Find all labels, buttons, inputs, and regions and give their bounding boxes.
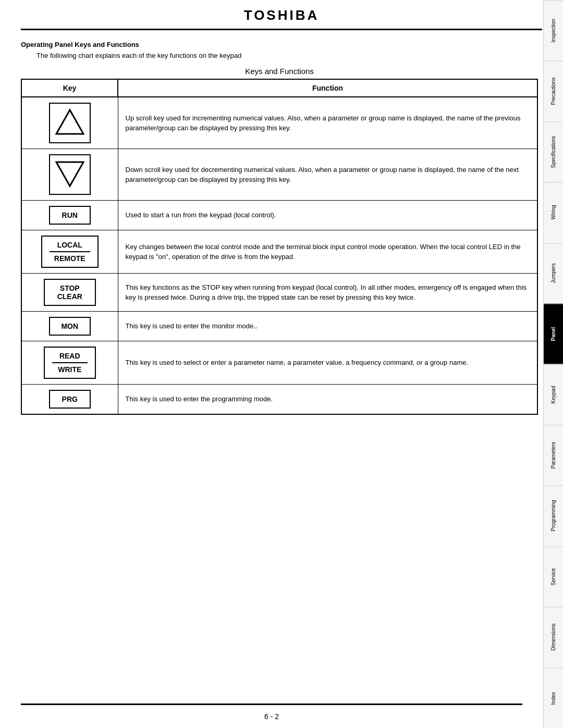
key-cell-5: MON bbox=[21, 312, 118, 341]
keys-table: Key Function Up scroll key used for incr… bbox=[21, 79, 538, 415]
sidebar-tab-panel[interactable]: Panel bbox=[544, 303, 563, 364]
sidebar-tab-inspection[interactable]: Inspection bbox=[544, 0, 563, 60]
key-clear-label: CLEAR bbox=[52, 292, 88, 301]
table-row: LOCAL REMOTE Key changes between the loc… bbox=[21, 230, 537, 274]
sidebar-tabs: InspectionPrecautionsSpecificationsWirin… bbox=[543, 0, 563, 728]
triangle-down-icon bbox=[54, 159, 85, 188]
key-cell-3: LOCAL REMOTE bbox=[21, 230, 118, 274]
key-read-label: READ bbox=[52, 352, 88, 360]
function-cell-1: Down scroll key used for decrementing nu… bbox=[118, 149, 537, 201]
key-cell-6: READ WRITE bbox=[21, 341, 118, 385]
key-local-label: LOCAL bbox=[50, 241, 90, 249]
key-button-run: RUN bbox=[49, 206, 91, 225]
table-row: RUNUsed to start a run from the keypad (… bbox=[21, 201, 537, 230]
triangle-up-icon bbox=[54, 108, 85, 137]
sidebar-tab-precautions[interactable]: Precautions bbox=[544, 60, 563, 121]
table-title: Keys and Functions bbox=[21, 67, 538, 76]
key-cell-7: PRG bbox=[21, 385, 118, 415]
svg-marker-1 bbox=[56, 162, 83, 186]
key-local-remote: LOCAL REMOTE bbox=[41, 236, 99, 268]
key-write-label: WRITE bbox=[52, 365, 88, 374]
key-cell-4: STOP CLEAR bbox=[21, 274, 118, 312]
key-read-write: READ WRITE bbox=[44, 347, 96, 379]
function-cell-5: This key is used to enter the monitor mo… bbox=[118, 312, 537, 341]
sidebar-tab-programming[interactable]: Programming bbox=[544, 485, 563, 546]
page-footer: 6 - 2 bbox=[21, 704, 522, 728]
function-cell-3: Key changes between the local control mo… bbox=[118, 230, 537, 274]
key-cell-2: RUN bbox=[21, 201, 118, 230]
key-cell-0 bbox=[21, 97, 118, 149]
table-row: STOP CLEAR This key functions as the STO… bbox=[21, 274, 537, 312]
sidebar-tab-specifications[interactable]: Specifications bbox=[544, 121, 563, 182]
col-header-key: Key bbox=[21, 79, 118, 97]
page-number: 6 - 2 bbox=[264, 712, 279, 721]
section-heading: Operating Panel Keys and Functions bbox=[21, 41, 538, 48]
table-row: PRGThis key is used to enter the program… bbox=[21, 385, 537, 415]
table-row: READ WRITE This key is used to select or… bbox=[21, 341, 537, 385]
key-cell-1 bbox=[21, 149, 118, 201]
sidebar-tab-index[interactable]: Index bbox=[544, 668, 563, 728]
sidebar-tab-parameters[interactable]: Parameters bbox=[544, 425, 563, 485]
sidebar-tab-dimensions[interactable]: Dimensions bbox=[544, 607, 563, 667]
function-cell-6: This key is used to select or enter a pa… bbox=[118, 341, 537, 385]
table-row: Up scroll key used for incrementing nume… bbox=[21, 97, 537, 149]
svg-marker-0 bbox=[56, 110, 83, 134]
section-subtitle: The following chart explains each of the… bbox=[36, 52, 538, 59]
page-header: TOSHIBA bbox=[21, 0, 542, 30]
function-cell-4: This key functions as the STOP key when … bbox=[118, 274, 537, 312]
sidebar-tab-keypad[interactable]: Keypad bbox=[544, 364, 563, 425]
page-title: TOSHIBA bbox=[244, 7, 320, 23]
function-cell-0: Up scroll key used for incrementing nume… bbox=[118, 97, 537, 149]
function-cell-2: Used to start a run from the keypad (loc… bbox=[118, 201, 537, 230]
main-content: Operating Panel Keys and Functions The f… bbox=[21, 30, 538, 425]
col-header-function: Function bbox=[118, 79, 537, 97]
key-stop-label: STOP bbox=[52, 284, 88, 292]
sidebar-tab-service[interactable]: Service bbox=[544, 546, 563, 607]
key-button-prg: PRG bbox=[49, 390, 91, 409]
key-stop-clear: STOP CLEAR bbox=[44, 279, 96, 306]
table-row: MONThis key is used to enter the monitor… bbox=[21, 312, 537, 341]
sidebar-tab-jumpers[interactable]: Jumpers bbox=[544, 243, 563, 303]
function-cell-7: This key is used to enter the programmin… bbox=[118, 385, 537, 415]
key-button-mon: MON bbox=[49, 317, 91, 336]
key-remote-label: REMOTE bbox=[50, 254, 90, 263]
sidebar-tab-wiring[interactable]: Wiring bbox=[544, 182, 563, 242]
table-row: Down scroll key used for decrementing nu… bbox=[21, 149, 537, 201]
